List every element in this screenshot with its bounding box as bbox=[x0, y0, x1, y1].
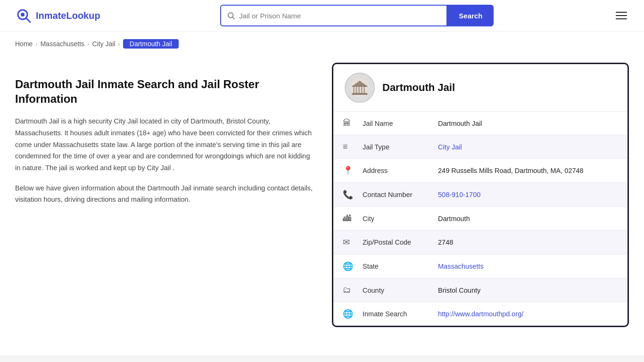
jail-card: Dartmouth Jail 🏛Jail NameDartmouth Jail≡… bbox=[332, 63, 629, 327]
jail-icon: 🏛 bbox=[333, 112, 353, 135]
table-value[interactable]: 508-910-1700 bbox=[429, 183, 627, 207]
jail-building-icon bbox=[349, 77, 370, 98]
table-row: 📍Address249 Russells Mills Road, Dartmou… bbox=[333, 159, 627, 183]
svg-rect-7 bbox=[356, 86, 357, 93]
globe-icon: 🌐 bbox=[333, 255, 353, 279]
page-description-2: Below we have given information about th… bbox=[15, 182, 317, 206]
jail-avatar bbox=[345, 73, 375, 103]
search-input[interactable] bbox=[239, 12, 441, 20]
zip-icon: ✉ bbox=[333, 230, 353, 255]
table-label: Inmate Search bbox=[353, 302, 429, 326]
search-input-wrapper bbox=[220, 5, 447, 26]
search-globe-icon: 🌐 bbox=[333, 302, 353, 326]
table-value: Dartmouth bbox=[429, 207, 627, 230]
search-icon bbox=[227, 11, 235, 20]
search-button[interactable]: Search bbox=[447, 5, 494, 26]
svg-rect-10 bbox=[363, 86, 365, 93]
table-row: 📞Contact Number508-910-1700 bbox=[333, 183, 627, 207]
table-label: Contact Number bbox=[353, 183, 429, 207]
right-column: Dartmouth Jail 🏛Jail NameDartmouth Jail≡… bbox=[332, 63, 629, 327]
breadcrumb-current: Dartmouth Jail bbox=[123, 39, 179, 49]
table-label: County bbox=[353, 279, 429, 302]
menu-bar-1 bbox=[616, 12, 627, 13]
breadcrumb: Home › Massachusetts › City Jail › Dartm… bbox=[0, 32, 644, 53]
svg-line-1 bbox=[26, 18, 30, 22]
jail-info-table: 🏛Jail NameDartmouth Jail≡Jail TypeCity J… bbox=[333, 112, 627, 326]
table-value-link[interactable]: http://www.dartmouthpd.org/ bbox=[438, 310, 523, 318]
table-row: ≡Jail TypeCity Jail bbox=[333, 135, 627, 159]
logo-text: InmateLookup bbox=[36, 10, 100, 21]
breadcrumb-massachusetts[interactable]: Massachusetts bbox=[41, 40, 84, 48]
city-icon: 🏙 bbox=[333, 207, 353, 230]
table-row: ✉Zip/Postal Code2748 bbox=[333, 230, 627, 255]
table-label: Zip/Postal Code bbox=[353, 230, 429, 255]
location-icon: 📍 bbox=[333, 159, 353, 183]
table-label: Address bbox=[353, 159, 429, 183]
header: InmateLookup Search bbox=[0, 0, 644, 32]
breadcrumb-sep-3: › bbox=[118, 41, 120, 48]
breadcrumb-home[interactable]: Home bbox=[15, 40, 33, 48]
table-value[interactable]: City Jail bbox=[429, 135, 627, 159]
table-value: 249 Russells Mills Road, Dartmouth, MA, … bbox=[429, 159, 627, 183]
page-title: Dartmouth Jail Inmate Search and Jail Ro… bbox=[15, 77, 317, 106]
jail-card-header: Dartmouth Jail bbox=[333, 64, 627, 112]
svg-rect-12 bbox=[352, 93, 368, 95]
menu-bar-3 bbox=[616, 18, 627, 19]
svg-line-4 bbox=[233, 17, 235, 19]
table-row: 🏛Jail NameDartmouth Jail bbox=[333, 112, 627, 135]
svg-rect-6 bbox=[353, 86, 355, 93]
county-icon: 🗂 bbox=[333, 279, 353, 302]
svg-rect-8 bbox=[358, 86, 360, 93]
breadcrumb-sep-2: › bbox=[87, 41, 89, 48]
table-value: Dartmouth Jail bbox=[429, 112, 627, 135]
table-value-link[interactable]: City Jail bbox=[438, 143, 462, 151]
table-value-link[interactable]: Massachusetts bbox=[438, 263, 484, 270]
table-label: Jail Name bbox=[353, 112, 429, 135]
svg-rect-9 bbox=[361, 86, 363, 93]
breadcrumb-city-jail[interactable]: City Jail bbox=[92, 40, 115, 48]
menu-bar-2 bbox=[616, 15, 627, 16]
logo-icon bbox=[15, 7, 32, 24]
table-value[interactable]: http://www.dartmouthpd.org/ bbox=[429, 302, 627, 326]
jail-card-title: Dartmouth Jail bbox=[382, 82, 455, 94]
table-row: 🌐StateMassachusetts bbox=[333, 255, 627, 279]
footer-bar bbox=[0, 355, 644, 362]
page-description-1: Dartmouth Jail is a high security City J… bbox=[15, 115, 317, 173]
menu-button[interactable] bbox=[614, 10, 629, 21]
table-value[interactable]: Massachusetts bbox=[429, 255, 627, 279]
table-label: City bbox=[353, 207, 429, 230]
table-row: 🗂CountyBristol County bbox=[333, 279, 627, 302]
logo-link[interactable]: InmateLookup bbox=[15, 7, 100, 24]
svg-rect-14 bbox=[352, 86, 368, 87]
phone-icon: 📞 bbox=[333, 183, 353, 207]
table-value: Bristol County bbox=[429, 279, 627, 302]
list-icon: ≡ bbox=[333, 135, 353, 159]
table-label: Jail Type bbox=[353, 135, 429, 159]
search-area: Search bbox=[220, 5, 494, 26]
table-value: 2748 bbox=[429, 230, 627, 255]
left-column: Dartmouth Jail Inmate Search and Jail Ro… bbox=[15, 63, 317, 327]
breadcrumb-sep-1: › bbox=[35, 41, 37, 48]
table-row: 🏙CityDartmouth bbox=[333, 207, 627, 230]
svg-point-2 bbox=[21, 13, 25, 16]
table-label: State bbox=[353, 255, 429, 279]
table-value-link[interactable]: 508-910-1700 bbox=[438, 191, 480, 198]
table-row: 🌐Inmate Searchhttp://www.dartmouthpd.org… bbox=[333, 302, 627, 326]
main-content: Dartmouth Jail Inmate Search and Jail Ro… bbox=[0, 53, 644, 346]
